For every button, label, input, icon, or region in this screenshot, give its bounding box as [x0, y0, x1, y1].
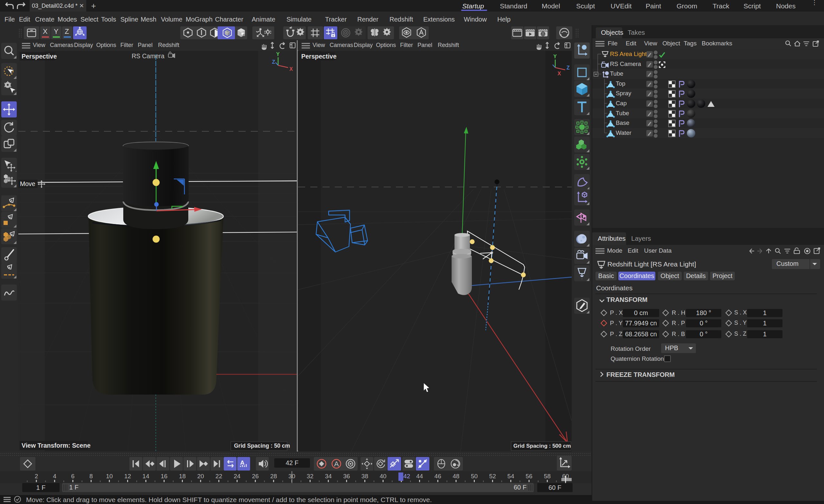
svg-text:20: 20 [197, 473, 204, 480]
svg-text:Grid Spacing : 50 cm: Grid Spacing : 50 cm [234, 442, 290, 449]
svg-text:Perspective: Perspective [301, 53, 337, 60]
svg-text:24: 24 [234, 473, 241, 480]
svg-text:Z: Z [272, 59, 275, 65]
svg-text:Y: Y [276, 52, 280, 57]
svg-text:42: 42 [403, 473, 410, 480]
svg-text:8: 8 [90, 473, 93, 480]
svg-text:X: X [557, 71, 561, 76]
svg-text:18: 18 [179, 473, 186, 480]
svg-text:Perspective: Perspective [21, 53, 57, 60]
svg-text:6: 6 [71, 473, 75, 480]
svg-text:X: X [289, 66, 293, 72]
svg-text:54: 54 [507, 473, 514, 480]
svg-text:36: 36 [343, 473, 350, 480]
svg-text:10: 10 [106, 473, 113, 480]
svg-text:Z: Z [566, 65, 570, 71]
svg-text:56: 56 [526, 473, 532, 480]
svg-text:28: 28 [270, 473, 277, 480]
svg-text:48: 48 [452, 473, 459, 480]
svg-text:View Transform: Scene: View Transform: Scene [21, 442, 90, 449]
svg-text:16: 16 [161, 473, 167, 480]
svg-text:A: A [334, 460, 339, 468]
svg-text:44: 44 [416, 473, 423, 480]
svg-text:26: 26 [252, 473, 259, 480]
svg-text:Grid Spacing : 500 cm: Grid Spacing : 500 cm [513, 443, 571, 449]
svg-text:Y: Y [553, 54, 557, 59]
svg-text:12: 12 [124, 473, 131, 480]
svg-text:38: 38 [362, 473, 368, 480]
svg-text:2: 2 [35, 473, 38, 480]
svg-text:46: 46 [434, 473, 441, 480]
svg-text:40: 40 [380, 473, 387, 480]
svg-text:RS Camera: RS Camera [132, 53, 165, 60]
svg-text:22: 22 [215, 473, 222, 480]
svg-text:50: 50 [471, 473, 478, 480]
svg-text:4: 4 [53, 473, 56, 480]
svg-text:34: 34 [325, 473, 332, 480]
svg-text:14: 14 [142, 473, 150, 480]
svg-text:58: 58 [544, 473, 551, 480]
svg-text:52: 52 [489, 473, 496, 480]
svg-text:32: 32 [307, 473, 313, 480]
svg-text:Move: Move [20, 180, 35, 187]
